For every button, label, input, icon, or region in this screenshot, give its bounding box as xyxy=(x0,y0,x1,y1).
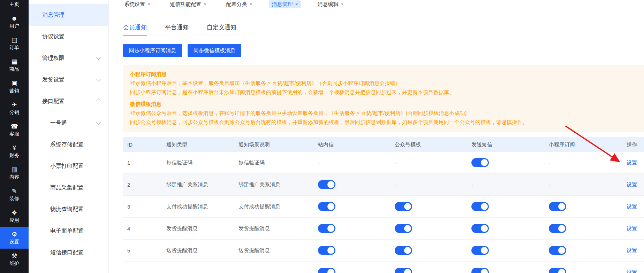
settings-link[interactable]: 设置 xyxy=(627,269,644,273)
rail-item-label: 用户 xyxy=(9,23,19,29)
rail-item-home[interactable]: ⌂主页 xyxy=(0,0,29,11)
settings-icon: ⚙ xyxy=(12,231,17,238)
tab-sms-function-config[interactable]: 短信功能配置× xyxy=(167,0,209,8)
column-header: 小程序订阅 xyxy=(545,141,622,148)
close-icon[interactable]: × xyxy=(295,2,298,7)
finance-icon: ¥ xyxy=(13,145,16,151)
toggle-site[interactable] xyxy=(318,202,335,211)
home-icon: ⌂ xyxy=(13,0,16,0)
rail-item-label: 商品 xyxy=(9,66,19,72)
sidebar-item-product-collect-config[interactable]: 商品采集配置 xyxy=(29,177,108,198)
toggle-sms[interactable] xyxy=(471,202,489,211)
cell-scene: 发货提醒消息 xyxy=(234,225,314,232)
notice-line: 同步公众号模板消息，同步公众号模板会删除公众号后台现有的模板，并重新添加新的模板… xyxy=(130,118,637,127)
page-tab-member-notice[interactable]: 会员通知 xyxy=(123,19,147,36)
toggle-sms[interactable] xyxy=(471,246,489,255)
rail-item-finance[interactable]: ¥财务 xyxy=(0,141,29,162)
cell-action: 设置 xyxy=(622,181,644,188)
rail-item-decorate[interactable]: ✎装修 xyxy=(0,184,29,205)
close-icon[interactable]: × xyxy=(249,2,252,7)
tab-system-settings[interactable]: 系统设置× xyxy=(121,0,153,8)
close-icon[interactable]: × xyxy=(341,2,344,7)
rail-item-user[interactable]: ☻用户 xyxy=(0,11,29,33)
column-header: 发送短信 xyxy=(467,141,545,148)
rail-item-distribution[interactable]: ✈分销 xyxy=(0,98,29,119)
content: 会员通知平台通知自定义通知 同步小程序订阅消息 同步微信模板消息 小程序订阅消息… xyxy=(109,8,644,273)
sync-wechat-template-button[interactable]: 同步微信模板消息 xyxy=(188,44,241,57)
rail-item-apps[interactable]: ❖应用 xyxy=(0,205,29,227)
toggle-mini[interactable] xyxy=(549,246,566,255)
toggle-mini[interactable] xyxy=(549,202,566,211)
sidebar-item-logistics-query-config[interactable]: 物流查询配置 xyxy=(29,198,108,220)
main-area: 系统设置×短信功能配置×配置分类×消息管理×消息编辑× 会员通知平台通知自定义通… xyxy=(109,0,644,273)
cell-site xyxy=(314,202,391,211)
cell-site xyxy=(314,180,391,189)
rail-item-settings[interactable]: ⚙设置 xyxy=(0,227,29,249)
cell-mini: - xyxy=(545,182,622,188)
close-icon[interactable]: × xyxy=(147,2,150,7)
cell-type: 发货提醒消息 xyxy=(162,225,234,232)
rail-item-label: 营销 xyxy=(9,88,19,94)
sidebar-item-system-storage-config[interactable]: 系统存储配置 xyxy=(29,134,108,155)
rail-item-order[interactable]: ▤订单 xyxy=(0,33,29,54)
toggle-wechat[interactable] xyxy=(395,268,412,273)
toggle-wechat[interactable] xyxy=(395,224,412,233)
toggle-sms[interactable] xyxy=(471,268,489,273)
toggle-wechat[interactable] xyxy=(395,202,412,211)
service-icon: ☎ xyxy=(10,123,18,130)
sidebar-item-yihaotong[interactable]: 一号通 xyxy=(29,112,108,134)
message-table: ID通知类型通知场景说明站内信公众号模板发送短信小程序订阅操作1短信验证码短信验… xyxy=(123,137,644,273)
page-tabs: 会员通知平台通知自定义通知 xyxy=(123,19,644,36)
sync-mini-program-button[interactable]: 同步小程序订阅消息 xyxy=(123,44,182,57)
page-tab-custom-notice[interactable]: 自定义通知 xyxy=(207,19,236,36)
cell-site: - xyxy=(314,160,391,166)
sidebar-item-manage-auth[interactable]: 管理权限 xyxy=(29,47,108,69)
cell-sms: - xyxy=(467,182,545,188)
sidebar-item-electronic-sheet-config[interactable]: 电子面单配置 xyxy=(29,220,108,242)
cell-type: 支付成功提醒消息 xyxy=(162,203,234,210)
toggle-sms[interactable] xyxy=(471,158,489,167)
toggle-site[interactable] xyxy=(318,246,335,255)
page-tab-platform-notice[interactable]: 平台通知 xyxy=(165,19,189,36)
sidebar-item-shipping-settings[interactable]: 发货设置 xyxy=(29,69,108,91)
content-icon: ▥ xyxy=(11,166,17,173)
settings-link[interactable]: 设置 xyxy=(627,247,644,254)
sidebar-item-api-config[interactable]: 接口配置 xyxy=(29,91,108,112)
sidebar-item-label: 协议设置 xyxy=(42,33,65,40)
tab-config-category[interactable]: 配置分类× xyxy=(223,0,255,8)
close-icon[interactable]: × xyxy=(204,2,206,7)
settings-link[interactable]: 设置 xyxy=(627,181,644,188)
toggle-site[interactable] xyxy=(318,180,335,189)
tab-message-manage[interactable]: 消息管理× xyxy=(269,0,301,8)
order-icon: ▤ xyxy=(11,37,17,44)
toggle-mini[interactable] xyxy=(549,268,566,273)
column-header: 操作 xyxy=(622,141,644,148)
column-header: 通知场景说明 xyxy=(234,141,314,148)
rail-item-product[interactable]: ▦商品 xyxy=(0,54,29,76)
rail-item-label: 维护 xyxy=(9,260,19,267)
cell-mini xyxy=(545,202,622,211)
toggle-sms[interactable] xyxy=(471,224,489,233)
settings-link[interactable]: 设置 xyxy=(627,225,644,232)
cell-sms xyxy=(467,268,545,273)
rail-item-service[interactable]: ☎客服 xyxy=(0,119,29,141)
rail-item-content[interactable]: ▥内容 xyxy=(0,162,29,184)
left-rail: ⌂主页☻用户▤订单▦商品▣营销✈分销☎客服¥财务▥内容✎装修❖应用⚙设置⚒维护 xyxy=(0,0,29,273)
notice-title: 微信模板消息 xyxy=(130,100,637,109)
tab-message-edit[interactable]: 消息编辑× xyxy=(315,0,347,8)
table-row: 1短信验证码短信验证码---设置 xyxy=(123,152,644,174)
sidebar-item-agreement-settings[interactable]: 协议设置 xyxy=(29,26,108,47)
sidebar-item-message-manage[interactable]: 消息管理 xyxy=(29,4,108,26)
sidebar-item-receipt-print-config[interactable]: 小票打印配置 xyxy=(29,155,108,177)
rail-item-maintain[interactable]: ⚒维护 xyxy=(0,249,29,270)
cell-wechat: - xyxy=(391,182,467,188)
sidebar-item-sms-api-config[interactable]: 短信接口配置 xyxy=(29,242,108,263)
settings-link[interactable]: 设置 xyxy=(627,203,644,210)
toggle-site[interactable] xyxy=(318,224,335,233)
toggle-mini[interactable] xyxy=(549,224,566,233)
rail-item-marketing[interactable]: ▣营销 xyxy=(0,76,29,98)
toggle-site[interactable] xyxy=(318,268,335,273)
toggle-wechat[interactable] xyxy=(395,246,412,255)
settings-link[interactable]: 设置 xyxy=(627,159,644,166)
sidebar-item-label: 消息管理 xyxy=(42,11,65,19)
